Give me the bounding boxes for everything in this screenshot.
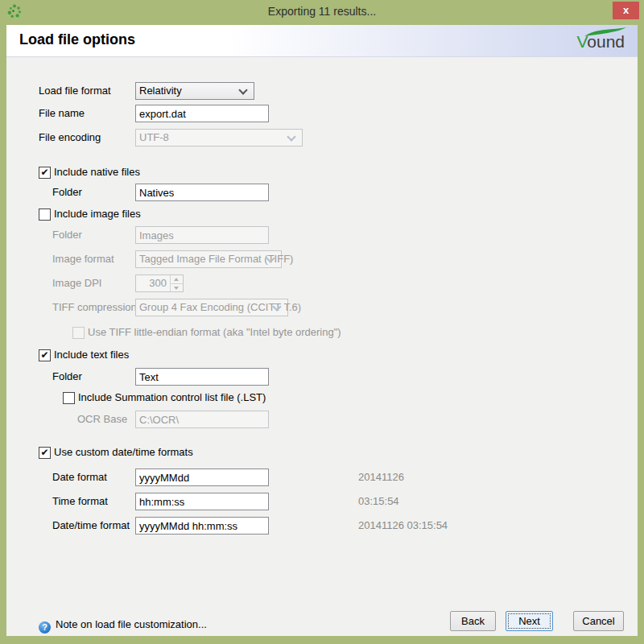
- ocr-base-input: [135, 411, 269, 428]
- next-button[interactable]: Next: [506, 611, 553, 631]
- image-format-label: Image format: [52, 250, 114, 268]
- window-title: Exporting 11 results...: [0, 0, 644, 23]
- file-name-input[interactable]: [135, 105, 269, 122]
- time-format-input[interactable]: [135, 493, 269, 510]
- form-content: Load file format Relativity File name Fi…: [6, 57, 638, 636]
- image-folder-input: [135, 226, 269, 244]
- datetime-format-input[interactable]: [135, 517, 269, 535]
- native-folder-input[interactable]: [135, 184, 269, 201]
- spinner-down-icon: [171, 284, 183, 292]
- chevron-down-icon: [287, 132, 295, 141]
- image-dpi-label: Image DPI: [52, 275, 101, 292]
- use-custom-datetime-label: Use custom date/time formats: [54, 444, 193, 461]
- include-summation-checkbox[interactable]: [63, 392, 75, 404]
- include-text-files-checkbox[interactable]: ✔: [39, 349, 51, 361]
- include-text-files-label: Include text files: [54, 346, 129, 364]
- text-folder-input[interactable]: [135, 368, 269, 386]
- dialog-panel: Load file options Vound Load file format…: [6, 25, 638, 636]
- date-format-label: Date format: [52, 469, 107, 486]
- note-label: Note on load file customization...: [56, 618, 207, 630]
- image-dpi-stepper: 300: [135, 275, 184, 292]
- datetime-format-sample: 20141126 03:15:54: [358, 517, 448, 535]
- tiff-little-endian-checkbox: [72, 327, 85, 339]
- cancel-button[interactable]: Cancel: [573, 611, 624, 631]
- include-image-files-label: Include image files: [54, 205, 141, 223]
- load-file-format-select[interactable]: Relativity: [135, 82, 254, 100]
- image-folder-label: Folder: [52, 226, 82, 244]
- time-format-label: Time format: [52, 493, 108, 510]
- file-encoding-label: File encoding: [39, 129, 101, 147]
- date-format-input[interactable]: [135, 469, 269, 486]
- logo-swoosh-icon: [584, 27, 627, 37]
- load-file-format-value: Relativity: [139, 85, 182, 97]
- note-link[interactable]: ?Note on load file customization...: [39, 618, 207, 633]
- date-format-sample: 20141126: [358, 469, 404, 486]
- text-folder-label: Folder: [52, 368, 82, 386]
- tiff-compression-select: Group 4 Fax Encoding (CCITT T.6): [135, 299, 288, 316]
- use-custom-datetime-checkbox[interactable]: ✔: [39, 447, 51, 459]
- image-dpi-value: 300: [136, 275, 170, 291]
- close-button[interactable]: x: [613, 2, 639, 19]
- datetime-format-label: Date/time format: [52, 517, 130, 535]
- file-encoding-value: UTF-8: [139, 131, 169, 143]
- chevron-down-icon: [238, 85, 247, 94]
- include-image-files-checkbox[interactable]: [39, 208, 51, 221]
- native-folder-label: Folder: [52, 184, 82, 201]
- image-format-select: Tagged Image File Format (TIFF): [135, 250, 282, 268]
- file-encoding-select: UTF-8: [135, 129, 303, 147]
- back-button[interactable]: Back: [450, 611, 496, 631]
- time-format-sample: 03:15:54: [358, 493, 399, 510]
- titlebar: Exporting 11 results... x: [0, 0, 644, 25]
- vound-logo: Vound: [576, 32, 625, 53]
- page-title: Load file options: [19, 31, 135, 48]
- close-icon: x: [623, 4, 629, 16]
- include-native-files-checkbox[interactable]: ✔: [39, 167, 51, 179]
- file-name-label: File name: [39, 105, 85, 122]
- load-file-format-label: Load file format: [39, 82, 111, 100]
- include-native-files-label: Include native files: [54, 163, 140, 181]
- tiff-compression-label: TIFF compression: [52, 299, 137, 316]
- include-summation-label: Include Summation control list file (.LS…: [78, 389, 266, 407]
- dialog-header: Load file options Vound: [6, 25, 638, 57]
- ocr-base-label: OCR Base: [77, 411, 127, 428]
- help-icon: ?: [39, 621, 51, 634]
- spinner-up-icon: [171, 275, 183, 284]
- tiff-little-endian-label: Use TIFF little-endian format (aka "Inte…: [88, 324, 341, 341]
